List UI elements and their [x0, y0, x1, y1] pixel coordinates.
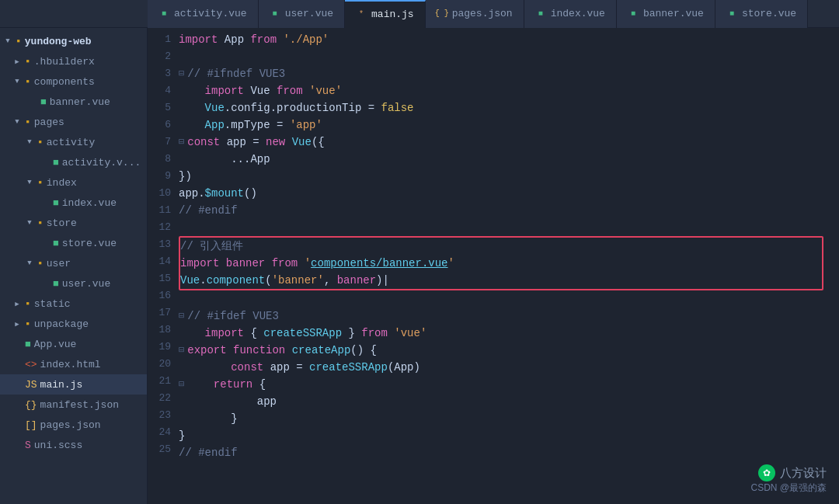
sidebar-item-yundong-web[interactable]: ▼ ▪ yundong-web — [0, 31, 147, 51]
tab-store-vue[interactable]: ■ store.vue — [715, 0, 808, 28]
vue-icon: ■ — [158, 9, 169, 19]
folder-icon: ▪ — [25, 116, 31, 128]
vue-file-icon: ■ — [53, 157, 59, 169]
sidebar-item-hbuilderx[interactable]: ▶ ▪ .hbuilderx — [0, 51, 147, 71]
sidebar-item-activity-folder[interactable]: ▼ ▪ activity — [0, 132, 147, 152]
vue-file-icon: ■ — [53, 278, 59, 290]
folder-icon: ▪ — [37, 217, 44, 229]
tab-main-js[interactable]: * main.js — [345, 0, 426, 28]
sidebar-item-main-js[interactable]: JS main.js — [0, 374, 147, 395]
arrow-icon: ▼ — [12, 118, 22, 126]
code-line-18: import { createSSRApp } from 'vue' — [179, 325, 823, 342]
code-line-25: // #endif — [179, 444, 823, 461]
tab-activity-vue[interactable]: ■ activity.vue — [148, 0, 259, 28]
tab-bar: ■ activity.vue ■ user.vue * main.js { } … — [0, 0, 839, 28]
vue-file-icon: ■ — [53, 197, 59, 209]
folder-icon: ▪ — [25, 318, 31, 330]
sidebar-item-pages[interactable]: ▼ ▪ pages — [0, 112, 147, 132]
code-line-22: app — [179, 393, 823, 410]
code-line-12 — [179, 219, 823, 236]
vue-file-icon: ■ — [53, 238, 59, 249]
code-line-17: ⊟// #ifdef VUE3 — [179, 308, 823, 325]
sidebar-item-unpackage[interactable]: ▶ ▪ unpackage — [0, 314, 147, 334]
sidebar-item-static[interactable]: ▶ ▪ static — [0, 294, 147, 314]
arrow-icon: ▶ — [12, 320, 22, 328]
json-icon: { } — [437, 9, 447, 19]
code-line-11: // #endif — [179, 202, 823, 219]
arrow-icon: ▼ — [25, 138, 34, 146]
arrow-icon: ▼ — [25, 259, 34, 267]
folder-icon: ▪ — [25, 76, 31, 88]
folder-icon: ▪ — [25, 298, 31, 310]
vue-icon: ■ — [270, 9, 280, 19]
code-line-23: } — [179, 410, 823, 427]
code-line-9: }) — [179, 168, 823, 185]
code-line-15: Vue.component('banner', banner)| — [180, 272, 822, 289]
code-line-21: ⊟ return { — [179, 376, 823, 393]
sidebar-item-index-vue[interactable]: ■ index.vue — [0, 193, 147, 213]
sidebar-item-store-folder[interactable]: ▼ ▪ store — [0, 213, 147, 233]
vue-icon: ■ — [628, 9, 639, 19]
arrow-icon: ▼ — [12, 78, 22, 85]
sidebar-item-components[interactable]: ▼ ▪ components — [0, 71, 147, 92]
arrow-icon: ▼ — [25, 179, 34, 186]
html-file-icon: <> — [25, 359, 37, 370]
arrow-icon: ▼ — [25, 219, 34, 227]
sidebar-item-store-vue[interactable]: ■ store.vue — [0, 233, 147, 253]
tab-pages-json[interactable]: { } pages.json — [426, 0, 524, 28]
code-editor[interactable]: 1 2 3 4 5 6 7 8 9 10 11 12 13 14 15 16 1… — [148, 28, 839, 504]
code-line-13: // 引入组件 — [180, 238, 822, 255]
folder-icon: ▪ — [16, 36, 22, 47]
arrow-icon: ▶ — [12, 57, 22, 66]
code-line-7: ⊟const app = new Vue({ — [179, 134, 823, 151]
sidebar-item-index-folder[interactable]: ▼ ▪ index — [0, 172, 147, 193]
sidebar-item-pages-json[interactable]: [] pages.json — [0, 415, 147, 435]
tab-banner-vue[interactable]: ■ banner.vue — [617, 0, 715, 28]
arrow-icon: ▼ — [3, 37, 12, 45]
sidebar-item-uni-scss[interactable]: S uni.scss — [0, 435, 147, 455]
code-line-4: import Vue from 'vue' — [179, 82, 823, 99]
code-line-2 — [179, 48, 823, 65]
sidebar-item-manifest-json[interactable]: {} manifest.json — [0, 395, 147, 415]
arrow-icon: ▶ — [12, 300, 22, 308]
highlight-region: // 引入组件 import banner from 'components/b… — [179, 236, 823, 290]
code-line-8: ...App — [179, 151, 823, 168]
vue-file-icon: ■ — [25, 339, 31, 350]
code-line-14: import banner from 'components/banner.vu… — [180, 255, 822, 272]
scss-file-icon: S — [25, 440, 31, 451]
js-file-icon: JS — [25, 379, 37, 391]
code-content: import App from './App' ⊟// #ifndef VUE3… — [179, 31, 839, 501]
vue-icon: ■ — [726, 9, 737, 19]
sidebar-item-user-vue[interactable]: ■ user.vue — [0, 273, 147, 294]
code-line-10: app.$mount() — [179, 185, 823, 202]
code-line-5: Vue.config.productionTip = false — [179, 99, 823, 116]
code-line-3: ⊟// #ifndef VUE3 — [179, 65, 823, 82]
sidebar-item-app-vue[interactable]: ■ App.vue — [0, 334, 147, 354]
code-line-16 — [179, 290, 823, 308]
sidebar-item-activity-vue[interactable]: ■ activity.v... — [0, 152, 147, 172]
json-file-icon: [] — [25, 419, 37, 431]
modified-indicator: * — [356, 9, 367, 20]
code-line-24: } — [179, 427, 823, 444]
sidebar[interactable]: ▼ ▪ yundong-web ▶ ▪ .hbuilderx ▼ ▪ compo… — [0, 28, 148, 504]
code-area: 1 2 3 4 5 6 7 8 9 10 11 12 13 14 15 16 1… — [148, 28, 839, 504]
code-line-1: import App from './App' — [179, 31, 823, 48]
folder-icon: ▪ — [37, 137, 44, 148]
line-numbers: 1 2 3 4 5 6 7 8 9 10 11 12 13 14 15 16 1… — [148, 31, 179, 501]
tab-user-vue[interactable]: ■ user.vue — [259, 0, 345, 28]
code-line-19: ⊟export function createApp() { — [179, 342, 823, 359]
tab-index-vue[interactable]: ■ index.vue — [524, 0, 617, 28]
code-line-20: const app = createSSRApp(App) — [179, 359, 823, 376]
vue-icon: ■ — [535, 9, 546, 19]
sidebar-item-user-folder[interactable]: ▼ ▪ user — [0, 253, 147, 273]
folder-icon: ▪ — [37, 177, 44, 189]
main-layout: ▼ ▪ yundong-web ▶ ▪ .hbuilderx ▼ ▪ compo… — [0, 28, 839, 504]
vue-file-icon: ■ — [40, 96, 47, 108]
code-line-6: App.mpType = 'app' — [179, 116, 823, 134]
sidebar-item-banner-vue[interactable]: ■ banner.vue — [0, 92, 147, 112]
folder-icon: ▪ — [37, 258, 44, 269]
sidebar-item-index-html[interactable]: <> index.html — [0, 354, 147, 374]
json-file-icon: {} — [25, 399, 37, 411]
folder-icon: ▪ — [25, 56, 31, 68]
